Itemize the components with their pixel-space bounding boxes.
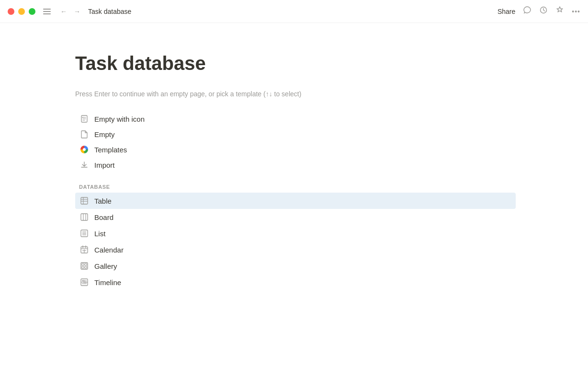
db-item-board[interactable]: Board [75, 209, 516, 225]
svg-point-3 [83, 148, 86, 151]
nav-buttons: ← → [58, 7, 82, 16]
db-item-timeline[interactable]: Timeline [75, 274, 516, 290]
titlebar-right: Share ••• [498, 6, 580, 17]
timeline-icon [79, 277, 90, 288]
menu-list: Empty with icon Empty [75, 111, 431, 172]
svg-rect-31 [83, 282, 87, 283]
svg-rect-30 [82, 280, 85, 282]
menu-item-import[interactable]: Import [75, 157, 372, 172]
db-item-gallery[interactable]: Gallery [75, 258, 516, 274]
database-section-label: DATABASE [75, 184, 431, 190]
db-item-table[interactable]: Table [75, 193, 516, 209]
sidebar-toggle-button[interactable] [41, 7, 53, 16]
svg-rect-4 [81, 197, 88, 204]
db-item-list-label: List [94, 230, 105, 238]
database-list: Table Board Lis [75, 193, 431, 290]
svg-rect-8 [81, 214, 88, 220]
import-icon [79, 160, 90, 170]
db-item-board-label: Board [94, 213, 113, 221]
doc-plain-icon [79, 129, 90, 139]
list-icon [79, 228, 90, 239]
comment-icon[interactable] [523, 6, 531, 17]
traffic-lights [8, 8, 35, 15]
db-item-table-label: Table [94, 197, 112, 205]
doc-icon [79, 114, 90, 124]
back-button[interactable]: ← [58, 7, 69, 16]
history-icon[interactable] [539, 6, 548, 17]
main-content: Task database Press Enter to continue wi… [0, 23, 431, 310]
maximize-button[interactable] [29, 8, 35, 15]
close-button[interactable] [8, 8, 14, 15]
db-item-list[interactable]: List [75, 225, 516, 242]
menu-item-empty-with-icon[interactable]: Empty with icon [75, 111, 372, 126]
star-icon[interactable] [555, 6, 564, 17]
menu-item-empty-label: Empty [94, 130, 115, 138]
svg-point-2 [82, 117, 83, 118]
subtitle-text: Press Enter to continue with an empty pa… [75, 90, 431, 98]
menu-item-empty[interactable]: Empty [75, 126, 372, 142]
page-heading: Task database [75, 52, 431, 75]
menu-item-import-label: Import [94, 161, 115, 169]
db-item-gallery-label: Gallery [94, 262, 117, 270]
calendar-icon [79, 244, 90, 255]
svg-rect-23 [85, 264, 87, 265]
gallery-icon [79, 261, 90, 271]
more-options-icon[interactable]: ••• [572, 8, 580, 15]
svg-rect-25 [85, 266, 87, 268]
db-item-timeline-label: Timeline [94, 278, 121, 287]
menu-item-templates[interactable]: Templates [75, 142, 372, 157]
menu-item-templates-label: Templates [94, 146, 127, 154]
db-item-calendar-label: Calendar [94, 246, 124, 254]
svg-rect-24 [82, 266, 84, 268]
menu-item-empty-with-icon-label: Empty with icon [94, 115, 145, 123]
db-item-calendar[interactable]: Calendar [75, 242, 516, 258]
minimize-button[interactable] [18, 8, 25, 15]
templates-icon [79, 144, 90, 155]
share-button[interactable]: Share [498, 8, 515, 15]
table-icon [79, 196, 90, 206]
page-title-bar: Task database [88, 8, 131, 15]
board-icon [79, 212, 90, 222]
titlebar-left: ← → Task database [8, 7, 131, 16]
svg-rect-22 [82, 264, 84, 265]
forward-button[interactable]: → [72, 7, 82, 16]
titlebar: ← → Task database Share ••• [0, 0, 588, 23]
